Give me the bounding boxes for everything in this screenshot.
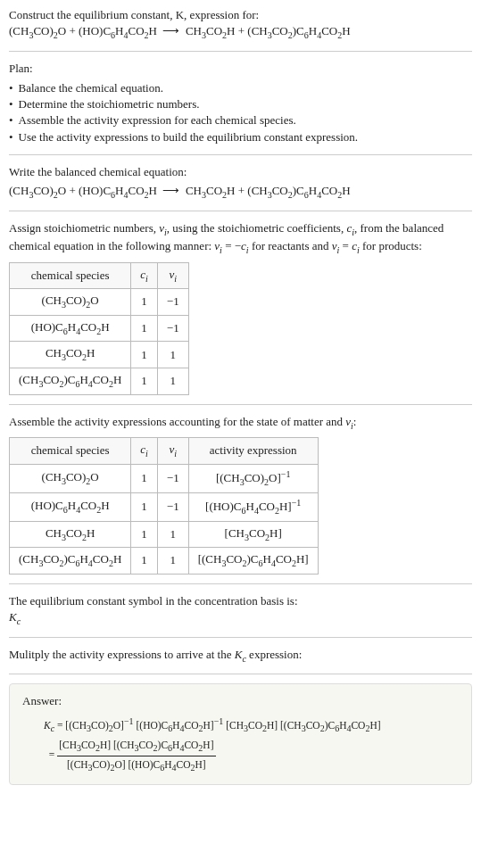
cell-v: −1 [157,464,188,492]
table-row: CH3CO2H 1 1 [10,342,189,368]
cell-v: −1 [157,289,188,316]
activity-intro: Assemble the activity expressions accoun… [9,414,472,433]
table-row: (CH3CO)2O 1 −1 [10,289,189,316]
cell-expr: [(HO)C6H4CO2H]−1 [188,492,318,521]
activity-section: Assemble the activity expressions accoun… [9,414,472,584]
stoich-intro: Assign stoichiometric numbers, νi, using… [9,220,472,257]
stoich-table: chemical species ci νi (CH3CO)2O 1 −1 (H… [9,262,189,395]
col-ci: ci [131,438,158,465]
cell-c: 1 [131,368,158,395]
plan-item-text: Balance the chemical equation. [19,80,163,96]
balanced-title: Write the balanced chemical equation: [9,164,472,180]
col-ci: ci [131,262,158,289]
cell-species: (HO)C6H4CO2H [10,492,131,521]
plan-item-text: Use the activity expressions to build th… [19,129,359,145]
cell-c: 1 [131,289,158,316]
bullet-icon: • [9,129,13,145]
answer-box: Answer: Kc = [(CH3CO)2O]−1 [(HO)C6H4CO2H… [9,683,472,785]
cell-species: (CH3CO)2O [10,289,131,316]
balanced-equation: (CH3CO)2O + (HO)C6H4CO2H ⟶ CH3CO2H + (CH… [9,183,472,202]
cell-v: 1 [157,342,188,368]
cell-expr: [(CH3CO)2O]−1 [188,464,318,492]
multiply-text: Mulitply the activity expressions to arr… [9,647,472,665]
col-species: chemical species [10,438,131,465]
plan-title: Plan: [9,61,472,77]
col-species: chemical species [10,262,131,289]
plan-list: • Balance the chemical equation. • Deter… [9,80,472,145]
answer-title: Answer: [22,693,459,709]
table-row: (CH3CO2)C6H4CO2H 1 1 [10,368,189,395]
cell-v: −1 [157,492,188,521]
plan-item: • Balance the chemical equation. [9,80,472,96]
kc-symbol-text: The equilibrium constant symbol in the c… [9,593,472,609]
col-vi: νi [157,438,188,465]
table-header-row: chemical species ci νi [10,262,189,289]
col-vi: νi [157,262,188,289]
cell-species: CH3CO2H [10,521,131,548]
cell-species: (CH3CO2)C6H4CO2H [10,368,131,395]
multiply-section: Mulitply the activity expressions to arr… [9,647,472,675]
construct-text: Construct the equilibrium constant, K, e… [9,8,259,21]
plan-item: • Assemble the activity expression for e… [9,112,472,128]
col-activity: activity expression [188,438,318,465]
cell-species: (CH3CO)2O [10,464,131,492]
answer-expression: Kc = [(CH3CO)2O]−1 [(HO)C6H4CO2H]−1 [CH3… [22,715,459,775]
cell-c: 1 [131,464,158,492]
fraction-denominator: [(CH3CO)2O] [(HO)C6H4CO2H] [57,756,215,775]
stoich-section: Assign stoichiometric numbers, νi, using… [9,220,472,405]
kc-symbol: Kc [9,609,472,628]
table-row: (HO)C6H4CO2H 1 −1 [10,315,189,342]
fraction-numerator: [CH3CO2H] [(CH3CO2)C6H4CO2H] [57,737,215,756]
cell-species: (CH3CO2)C6H4CO2H [10,548,131,575]
cell-c: 1 [131,342,158,368]
cell-species: CH3CO2H [10,342,131,368]
plan-item-text: Assemble the activity expression for eac… [19,112,296,128]
plan-item: • Use the activity expressions to build … [9,129,472,145]
activity-table: chemical species ci νi activity expressi… [9,437,319,575]
cell-c: 1 [131,548,158,575]
cell-expr: [CH3CO2H] [188,521,318,548]
table-row: CH3CO2H 1 1 [CH3CO2H] [10,521,319,548]
cell-c: 1 [131,315,158,342]
cell-v: 1 [157,368,188,395]
cell-v: 1 [157,521,188,548]
bullet-icon: • [9,96,13,112]
kc-symbol-section: The equilibrium constant symbol in the c… [9,593,472,638]
plan-section: Plan: • Balance the chemical equation. •… [9,61,472,155]
header-section: Construct the equilibrium constant, K, e… [9,7,472,52]
table-row: (HO)C6H4CO2H 1 −1 [(HO)C6H4CO2H]−1 [10,492,319,521]
table-row: (CH3CO2)C6H4CO2H 1 1 [(CH3CO2)C6H4CO2H] [10,548,319,575]
cell-c: 1 [131,521,158,548]
cell-v: −1 [157,315,188,342]
construct-prompt: Construct the equilibrium constant, K, e… [9,7,472,23]
bullet-icon: • [9,112,13,128]
plan-item: • Determine the stoichiometric numbers. [9,96,472,112]
cell-c: 1 [131,492,158,521]
answer-fraction: [CH3CO2H] [(CH3CO2)C6H4CO2H] [(CH3CO)2O]… [57,737,215,776]
header-equation: (CH3CO)2O + (HO)C6H4CO2H ⟶ CH3CO2H + (CH… [9,23,472,42]
bullet-icon: • [9,80,13,96]
table-row: (CH3CO)2O 1 −1 [(CH3CO)2O]−1 [10,464,319,492]
balanced-section: Write the balanced chemical equation: (C… [9,164,472,211]
cell-v: 1 [157,548,188,575]
cell-species: (HO)C6H4CO2H [10,315,131,342]
cell-expr: [(CH3CO2)C6H4CO2H] [188,548,318,575]
plan-item-text: Determine the stoichiometric numbers. [19,96,200,112]
table-header-row: chemical species ci νi activity expressi… [10,438,319,465]
